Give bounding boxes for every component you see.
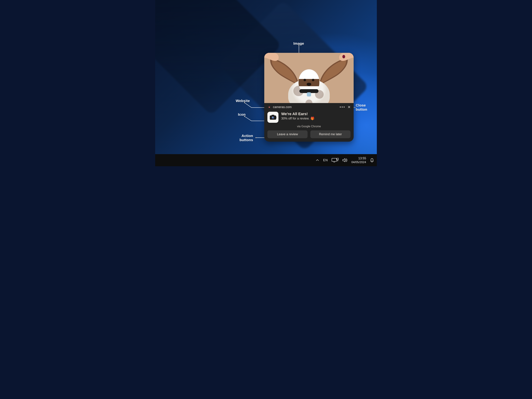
notification-meta-row: cameras.com (264, 103, 354, 110)
annotation-website: Website (236, 99, 250, 103)
svg-rect-32 (269, 106, 270, 107)
notification-action-row: Leave a review Remind me later (264, 128, 354, 142)
tray-chevron-up-icon[interactable] (316, 158, 319, 162)
tray-date: 04/05/2024 (351, 160, 366, 164)
tray-notifications-bell-icon[interactable] (370, 158, 374, 162)
svg-rect-41 (332, 158, 337, 161)
action-leave-review-button[interactable]: Leave a review (267, 130, 308, 138)
annotation-action-buttons: Actionbuttons (240, 134, 253, 142)
system-tray: EN 13:55 04/05/2024 (316, 156, 374, 164)
tray-volume-icon[interactable] (342, 158, 348, 162)
svg-point-30 (342, 55, 345, 58)
svg-rect-43 (337, 158, 338, 160)
gift-icon: 🎁 (310, 117, 314, 120)
tray-monitor-usb-icon[interactable] (332, 158, 339, 162)
notification-settings-button[interactable] (340, 107, 345, 108)
svg-point-39 (272, 117, 273, 117)
notification-via-browser: via Google Chrome (264, 125, 354, 128)
action-remind-later-button[interactable]: Remind me later (310, 130, 350, 138)
notification-body-text: 30% off for a review. (281, 117, 310, 120)
push-notification-card: cameras.com We're All Ears! (264, 53, 354, 142)
notification-title: We're All Ears! (281, 112, 350, 116)
notification-close-button[interactable] (348, 106, 350, 108)
notification-app-icon (267, 112, 279, 123)
tray-language[interactable]: EN (323, 158, 328, 162)
taskbar: EN 13:55 04/05/2024 (155, 154, 377, 166)
hand-left (264, 53, 284, 67)
svg-point-34 (269, 107, 270, 108)
tray-datetime[interactable]: 13:55 04/05/2024 (351, 156, 366, 164)
tray-time: 13:55 (358, 156, 366, 160)
website-favicon (267, 105, 271, 109)
dog-tag (307, 92, 311, 96)
notification-hero-image (264, 53, 354, 103)
notification-website: cameras.com (273, 105, 292, 109)
hand-right (334, 53, 354, 67)
annotation-close-button: Closebutton (356, 103, 367, 112)
svg-rect-36 (272, 115, 274, 116)
annotation-image: Image (293, 41, 304, 45)
annotation-icon: Icon (238, 112, 246, 117)
svg-point-40 (275, 116, 276, 119)
